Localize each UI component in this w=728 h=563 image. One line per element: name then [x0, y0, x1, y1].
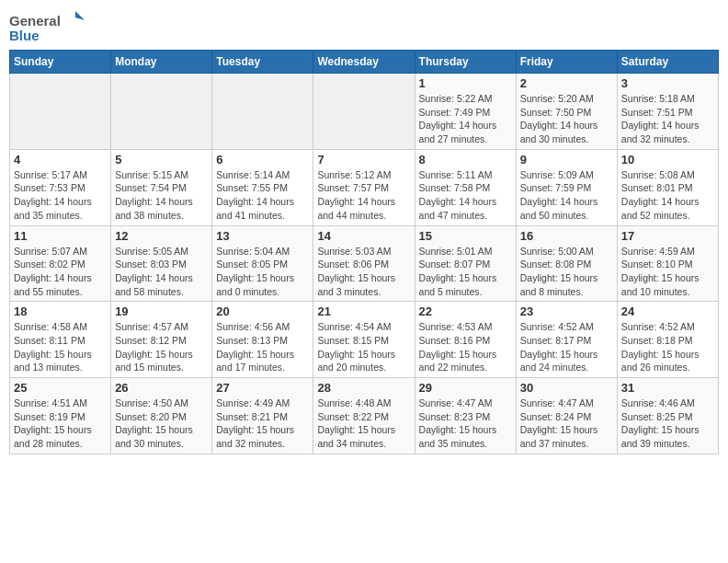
weekday-header-friday: Friday	[516, 51, 617, 74]
calendar-cell: 20Sunrise: 4:56 AMSunset: 8:13 PMDayligh…	[212, 302, 313, 378]
calendar-cell: 22Sunrise: 4:53 AMSunset: 8:16 PMDayligh…	[415, 302, 516, 378]
day-info: Sunrise: 5:20 AMSunset: 7:50 PMDaylight:…	[520, 92, 613, 146]
day-number: 9	[520, 153, 613, 167]
day-info: Sunrise: 5:03 AMSunset: 8:06 PMDaylight:…	[317, 245, 410, 299]
day-info: Sunrise: 5:12 AMSunset: 7:57 PMDaylight:…	[317, 168, 410, 223]
day-info: Sunrise: 5:01 AMSunset: 8:07 PMDaylight:…	[419, 245, 512, 299]
day-number: 26	[115, 381, 208, 395]
day-number: 3	[621, 76, 714, 90]
day-info: Sunrise: 5:18 AMSunset: 7:51 PMDaylight:…	[621, 92, 714, 146]
weekday-header-sunday: Sunday	[10, 51, 111, 74]
day-info: Sunrise: 4:48 AMSunset: 8:22 PMDaylight:…	[317, 396, 410, 451]
day-number: 30	[520, 381, 613, 395]
day-number: 29	[419, 381, 512, 395]
day-number: 24	[621, 304, 714, 318]
calendar-cell: 30Sunrise: 4:47 AMSunset: 8:24 PMDayligh…	[516, 378, 617, 454]
calendar-cell: 21Sunrise: 4:54 AMSunset: 8:15 PMDayligh…	[313, 302, 415, 378]
calendar-cell: 14Sunrise: 5:03 AMSunset: 8:06 PMDayligh…	[313, 225, 415, 302]
day-info: Sunrise: 4:47 AMSunset: 8:24 PMDaylight:…	[520, 396, 613, 451]
day-info: Sunrise: 4:57 AMSunset: 8:12 PMDaylight:…	[115, 320, 208, 374]
calendar-cell: 1Sunrise: 5:22 AMSunset: 7:49 PMDaylight…	[415, 74, 516, 150]
day-number: 8	[419, 153, 512, 167]
day-number: 22	[419, 304, 512, 318]
svg-marker-1	[75, 11, 85, 20]
calendar-cell: 5Sunrise: 5:15 AMSunset: 7:54 PMDaylight…	[111, 149, 212, 225]
day-info: Sunrise: 5:00 AMSunset: 8:08 PMDaylight:…	[520, 245, 613, 299]
day-info: Sunrise: 5:17 AMSunset: 7:53 PMDaylight:…	[14, 168, 107, 223]
svg-text:General: General	[9, 13, 61, 29]
calendar-cell: 4Sunrise: 5:17 AMSunset: 7:53 PMDaylight…	[10, 149, 111, 225]
logo: General Blue	[9, 9, 92, 46]
day-number: 27	[216, 381, 309, 395]
calendar-cell: 11Sunrise: 5:07 AMSunset: 8:02 PMDayligh…	[10, 225, 111, 302]
day-number: 1	[419, 76, 512, 90]
day-info: Sunrise: 4:51 AMSunset: 8:19 PMDaylight:…	[14, 396, 107, 451]
day-info: Sunrise: 5:07 AMSunset: 8:02 PMDaylight:…	[14, 245, 107, 299]
day-number: 23	[520, 304, 613, 318]
calendar-cell	[313, 74, 415, 150]
weekday-header-saturday: Saturday	[617, 51, 718, 74]
day-info: Sunrise: 5:14 AMSunset: 7:55 PMDaylight:…	[216, 168, 309, 223]
weekday-header-tuesday: Tuesday	[212, 51, 313, 74]
day-info: Sunrise: 4:53 AMSunset: 8:16 PMDaylight:…	[419, 320, 512, 374]
week-row-2: 4Sunrise: 5:17 AMSunset: 7:53 PMDaylight…	[10, 149, 719, 225]
logo-svg: General Blue	[9, 9, 92, 46]
calendar-cell: 15Sunrise: 5:01 AMSunset: 8:07 PMDayligh…	[415, 225, 516, 302]
calendar-cell: 3Sunrise: 5:18 AMSunset: 7:51 PMDaylight…	[617, 74, 718, 150]
weekday-header-thursday: Thursday	[415, 51, 516, 74]
day-info: Sunrise: 4:58 AMSunset: 8:11 PMDaylight:…	[14, 320, 107, 374]
weekday-header-row: SundayMondayTuesdayWednesdayThursdayFrid…	[10, 51, 719, 74]
calendar-cell: 13Sunrise: 5:04 AMSunset: 8:05 PMDayligh…	[212, 225, 313, 302]
day-info: Sunrise: 5:15 AMSunset: 7:54 PMDaylight:…	[115, 168, 208, 223]
calendar-cell: 31Sunrise: 4:46 AMSunset: 8:25 PMDayligh…	[617, 378, 718, 454]
calendar-cell	[10, 74, 111, 150]
calendar-cell: 12Sunrise: 5:05 AMSunset: 8:03 PMDayligh…	[111, 225, 212, 302]
week-row-4: 18Sunrise: 4:58 AMSunset: 8:11 PMDayligh…	[10, 302, 719, 378]
calendar-cell: 7Sunrise: 5:12 AMSunset: 7:57 PMDaylight…	[313, 149, 415, 225]
day-info: Sunrise: 4:50 AMSunset: 8:20 PMDaylight:…	[115, 396, 208, 451]
week-row-3: 11Sunrise: 5:07 AMSunset: 8:02 PMDayligh…	[10, 225, 719, 302]
calendar-cell: 16Sunrise: 5:00 AMSunset: 8:08 PMDayligh…	[516, 225, 617, 302]
calendar-cell: 19Sunrise: 4:57 AMSunset: 8:12 PMDayligh…	[111, 302, 212, 378]
calendar-cell: 10Sunrise: 5:08 AMSunset: 8:01 PMDayligh…	[617, 149, 718, 225]
calendar-cell: 26Sunrise: 4:50 AMSunset: 8:20 PMDayligh…	[111, 378, 212, 454]
day-number: 20	[216, 304, 309, 318]
calendar-cell: 17Sunrise: 4:59 AMSunset: 8:10 PMDayligh…	[617, 225, 718, 302]
svg-text:Blue: Blue	[9, 28, 40, 43]
day-number: 21	[317, 304, 410, 318]
calendar-cell: 28Sunrise: 4:48 AMSunset: 8:22 PMDayligh…	[313, 378, 415, 454]
day-number: 7	[317, 153, 410, 167]
week-row-1: 1Sunrise: 5:22 AMSunset: 7:49 PMDaylight…	[10, 74, 719, 150]
day-info: Sunrise: 4:49 AMSunset: 8:21 PMDaylight:…	[216, 396, 309, 451]
calendar-cell	[111, 74, 212, 150]
day-number: 17	[621, 229, 714, 243]
week-row-5: 25Sunrise: 4:51 AMSunset: 8:19 PMDayligh…	[10, 378, 719, 454]
calendar-cell: 29Sunrise: 4:47 AMSunset: 8:23 PMDayligh…	[415, 378, 516, 454]
day-info: Sunrise: 5:09 AMSunset: 7:59 PMDaylight:…	[520, 168, 613, 223]
day-number: 31	[621, 381, 714, 395]
calendar-cell: 27Sunrise: 4:49 AMSunset: 8:21 PMDayligh…	[212, 378, 313, 454]
calendar-cell: 9Sunrise: 5:09 AMSunset: 7:59 PMDaylight…	[516, 149, 617, 225]
day-info: Sunrise: 5:05 AMSunset: 8:03 PMDaylight:…	[115, 245, 208, 299]
day-number: 18	[14, 304, 107, 318]
day-number: 14	[317, 229, 410, 243]
day-number: 15	[419, 229, 512, 243]
day-number: 12	[115, 229, 208, 243]
day-info: Sunrise: 5:08 AMSunset: 8:01 PMDaylight:…	[621, 168, 714, 223]
day-number: 2	[520, 76, 613, 90]
day-number: 16	[520, 229, 613, 243]
calendar-cell	[212, 74, 313, 150]
day-info: Sunrise: 4:47 AMSunset: 8:23 PMDaylight:…	[419, 396, 512, 451]
day-info: Sunrise: 4:52 AMSunset: 8:17 PMDaylight:…	[520, 320, 613, 374]
day-info: Sunrise: 4:56 AMSunset: 8:13 PMDaylight:…	[216, 320, 309, 374]
calendar-cell: 23Sunrise: 4:52 AMSunset: 8:17 PMDayligh…	[516, 302, 617, 378]
day-number: 19	[115, 304, 208, 318]
calendar-cell: 8Sunrise: 5:11 AMSunset: 7:58 PMDaylight…	[415, 149, 516, 225]
day-info: Sunrise: 4:52 AMSunset: 8:18 PMDaylight:…	[621, 320, 714, 374]
day-number: 10	[621, 153, 714, 167]
day-number: 28	[317, 381, 410, 395]
calendar-cell: 24Sunrise: 4:52 AMSunset: 8:18 PMDayligh…	[617, 302, 718, 378]
calendar-table: SundayMondayTuesdayWednesdayThursdayFrid…	[9, 50, 719, 454]
day-number: 25	[14, 381, 107, 395]
calendar-cell: 6Sunrise: 5:14 AMSunset: 7:55 PMDaylight…	[212, 149, 313, 225]
